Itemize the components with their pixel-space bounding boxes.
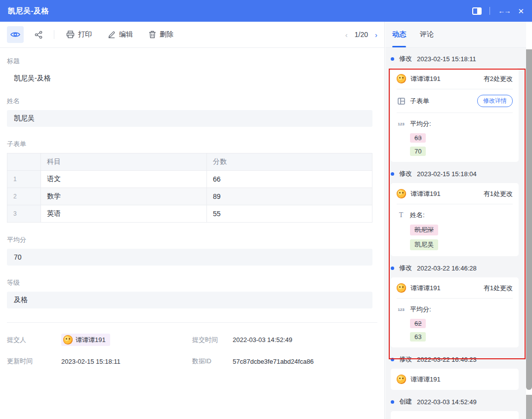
activity-action: 修改 [399,169,412,178]
subject-cell: 语文 [41,171,207,188]
diff-new-wrap: 70 [397,143,513,156]
timeline-dot-icon [391,172,394,176]
activity-action: 修改 [399,355,412,364]
field-change-row: 123 平均分: [397,118,513,129]
change-count: 有1处更改 [484,190,513,198]
field-subform: 子表单 科目 分数 1 语文 66 2 [7,140,377,223]
field-name-label: 姓名 [7,97,377,106]
activity-action: 修改 [399,264,412,272]
window-controls-divider [490,7,490,15]
subform-change-label: 子表单 [410,97,429,106]
subform-score-header: 分数 [207,153,372,171]
old-value: 63 [410,133,426,143]
user-avatar [63,335,73,344]
activity-entry-header: 创建 2022-03-03 14:52:49 [391,397,519,406]
subject-cell: 数学 [41,188,207,205]
meta-update-time: 更新时间 2023-02-15 15:18:11 [7,357,192,366]
field-name: 姓名 凯尼吴 [7,97,377,127]
row-number: 3 [7,205,41,223]
print-label: 打印 [78,30,92,39]
number-field-icon: 123 [397,122,406,126]
submitter-badge[interactable]: 谭谭谭191 [61,334,110,346]
subform-rownum-header [7,153,41,171]
new-value: 70 [410,147,426,156]
old-value: 凯尼深 [410,225,438,235]
old-value: 62 [410,319,426,328]
new-value: 凯尼吴 [410,239,438,250]
user-avatar [397,189,406,198]
next-record-icon[interactable]: › [375,31,377,38]
activity-card: 谭谭谭191 有1处更改 T 姓名: 凯尼深 凯尼吴 [391,183,519,256]
trash-icon [149,31,156,38]
submit-time-value: 2022-03-03 14:52:49 [233,336,292,343]
score-cell: 66 [207,171,372,188]
field-change-row: T 姓名: [397,210,513,221]
card-user-name: 谭谭谭191 [410,375,441,384]
activity-time: 2023-02-15 15:18:11 [417,55,476,63]
field-grade-label: 等级 [7,278,377,287]
tab-comments[interactable]: 评论 [420,22,434,47]
activity-card: 谭谭谭191 有1处更改 123 平均分: 62 63 [391,277,519,347]
panel-toggle-icon[interactable] [472,7,482,15]
background-window-strip-bottom [526,395,532,419]
text-field-icon: T [397,211,406,219]
window-controls: ←→ ✕ [472,7,524,15]
score-cell: 55 [207,205,372,223]
print-button[interactable]: 打印 [66,30,92,39]
score-cell: 89 [207,188,372,205]
card-user-row: 谭谭谭191 [397,375,513,384]
field-name-value: 凯尼吴 [7,110,372,127]
detail-toolbar: 打印 编辑 删除 ‹ 1/20 › [0,22,384,48]
activity-entry-header: 修改 2023-02-15 15:18:04 [391,169,519,178]
timeline-dot-icon [391,57,394,61]
new-value: 63 [410,332,426,342]
meta-section: 提交人 谭谭谭191 提交时间 2022-03-03 14:52:49 更新时间… [7,334,377,366]
change-count: 有1处更改 [484,284,513,293]
number-field-icon: 123 [397,307,406,312]
card-divider [397,298,513,299]
expand-width-icon[interactable]: ←→ [498,7,510,14]
activity-action: 修改 [399,54,412,63]
toolbar-actions: 打印 编辑 删除 [66,30,173,39]
view-button[interactable] [7,26,24,43]
activity-list[interactable]: 修改 2023-02-15 15:18:11 谭谭谭191 有2处更改 子表单 … [385,48,526,419]
diff-new-wrap: 63 [397,328,513,342]
prev-record-icon[interactable]: ‹ [345,31,348,38]
submit-time-label: 提交时间 [192,336,233,344]
data-id-value: 57c87dcbe3fe71abd24fca86 [233,358,314,365]
card-divider [397,89,513,89]
field-grade-value: 及格 [7,292,372,308]
delete-label: 删除 [160,30,173,39]
pencil-icon [108,31,116,38]
change-count: 有2处更改 [484,75,513,83]
activity-time: 2022-03-22 16:46:28 [417,265,477,272]
user-avatar [397,375,406,384]
field-average-label: 平均分 [7,235,377,244]
row-number: 1 [7,171,41,188]
record-pager: ‹ 1/20 › [345,31,377,38]
table-row: 3 英语 55 [7,205,372,223]
update-time-value: 2023-02-15 15:18:11 [61,358,121,365]
pager-text: 1/20 [355,31,368,38]
field-title-label: 标题 [7,57,377,66]
field-change-label: 姓名: [410,211,425,220]
table-row: 1 语文 66 [7,171,372,188]
meta-submitter: 提交人 谭谭谭191 [7,334,192,346]
card-divider [397,204,513,204]
field-average-value: 70 [7,249,372,266]
delete-button[interactable]: 删除 [149,30,173,39]
edit-button[interactable]: 编辑 [108,30,133,39]
subform-subject-header: 科目 [41,153,207,171]
submitter-label: 提交人 [7,336,61,344]
field-change-row: 123 平均分: [397,304,513,315]
activity-card [391,411,519,419]
timeline-dot-icon [391,400,394,404]
share-button[interactable] [35,31,43,39]
card-user-row: 谭谭谭191 有2处更改 [397,74,513,83]
change-detail-button[interactable]: 修改详情 [477,95,513,107]
user-avatar [397,283,406,293]
window-title: 凯尼吴-及格 [8,6,49,16]
close-icon[interactable]: ✕ [518,7,524,15]
share-icon [35,31,43,39]
tab-activity[interactable]: 动态 [392,22,406,47]
